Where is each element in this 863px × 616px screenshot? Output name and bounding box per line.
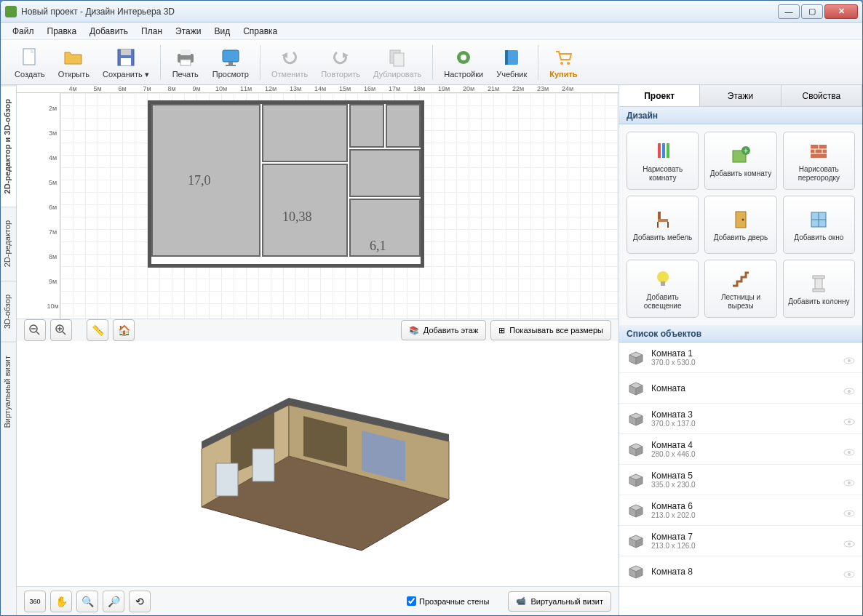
tile-add-window[interactable]: Добавить окно (783, 196, 855, 254)
zoom-out-3d-button[interactable]: 🔍 (76, 591, 98, 612)
add-floor-button[interactable]: 📚Добавить этаж (401, 320, 486, 340)
cube-icon (627, 564, 645, 579)
vtab-1[interactable]: 2D-редактор (1, 207, 16, 280)
visibility-icon[interactable] (843, 568, 855, 575)
tile-add-furn[interactable]: Добавить мебель (627, 196, 699, 254)
object-item-2[interactable]: Комната 3370.0 x 137.0 (619, 404, 862, 434)
object-item-1[interactable]: Комната (619, 373, 862, 404)
right-panel: ПроектЭтажиСвойства Дизайн Нарисовать ко… (619, 85, 862, 615)
object-item-7[interactable]: Комната 8 (619, 556, 862, 587)
settings-button[interactable]: Настройки (437, 42, 490, 82)
home-button[interactable]: 🏠 (113, 319, 135, 341)
close-button[interactable]: ✕ (824, 4, 858, 19)
cube-icon (627, 381, 645, 396)
rtab-Проект[interactable]: Проект (619, 85, 700, 106)
book-icon (500, 46, 523, 69)
redo-icon (329, 46, 352, 69)
object-item-5[interactable]: Комната 6213.0 x 202.0 (619, 495, 862, 526)
vtab-3[interactable]: Виртуальный визит (1, 342, 16, 441)
transparent-walls-checkbox[interactable]: Прозрачные стены (407, 596, 489, 606)
room-7[interactable] (262, 104, 348, 162)
cube-icon (627, 351, 645, 365)
menu-Справка[interactable]: Справка (237, 24, 283, 39)
redo-button: Повторить (314, 42, 367, 82)
svg-rect-62 (813, 289, 824, 292)
tile-draw-wall[interactable]: Нарисовать перегородку (783, 132, 855, 190)
maximize-button[interactable]: ▢ (801, 4, 823, 19)
visibility-icon[interactable] (843, 537, 855, 545)
tile-add-room[interactable]: +Добавить комнату (704, 132, 776, 190)
svg-rect-4 (121, 58, 131, 65)
visibility-icon[interactable] (843, 446, 855, 453)
svg-rect-38 (662, 143, 665, 158)
room-6[interactable] (349, 149, 421, 197)
buy-button[interactable]: Купить (543, 42, 584, 82)
vtab-0[interactable]: 2D-редактор и 3D-обзор (1, 85, 16, 207)
menu-Правка[interactable]: Правка (41, 24, 83, 39)
room-4[interactable] (349, 104, 384, 148)
svg-point-54 (741, 218, 744, 220)
print-button[interactable]: Печать (165, 42, 206, 82)
object-item-6[interactable]: Комната 7213.0 x 126.0 (619, 526, 862, 556)
visibility-icon[interactable] (843, 415, 855, 423)
tile-add-light[interactable]: Добавить освещение (627, 260, 699, 318)
bulb-icon (651, 268, 675, 291)
objects-list: Комната 1370.0 x 530.0КомнатаКомната 337… (619, 343, 862, 615)
tile-draw-room[interactable]: Нарисовать комнату (627, 132, 699, 190)
menu-План[interactable]: План (135, 24, 168, 39)
ruler-button[interactable]: 📏 (87, 319, 108, 341)
zoom-in-3d-button[interactable]: 🔎 (103, 591, 124, 612)
pan-button[interactable]: ✋ (50, 591, 72, 612)
svg-rect-18 (505, 50, 508, 65)
vtab-2[interactable]: 3D-обзор (1, 281, 16, 342)
tile-column[interactable]: Добавить колонну (783, 260, 855, 318)
show-dims-button[interactable]: ⊞Показывать все размеры (490, 320, 611, 340)
menu-Вид[interactable]: Вид (208, 24, 236, 39)
reset-view-button[interactable]: ⟲ (129, 591, 151, 612)
bricks-icon (807, 140, 830, 163)
object-item-3[interactable]: Комната 4280.0 x 446.0 (619, 434, 862, 465)
house-3d-model[interactable] (158, 361, 478, 565)
object-item-0[interactable]: Комната 1370.0 x 530.0 (619, 343, 862, 373)
zoom-in-button[interactable] (50, 319, 72, 341)
menu-Добавить[interactable]: Добавить (84, 24, 134, 39)
minimize-button[interactable]: — (778, 4, 800, 19)
preview-button[interactable]: Просмотр (206, 42, 255, 82)
floorplan[interactable]: 17,0 10,38 6,1 (148, 100, 424, 268)
dup-button: Дублировать (367, 42, 428, 82)
menu-Этажи[interactable]: Этажи (170, 24, 207, 39)
tutorial-button[interactable]: Учебник (490, 42, 533, 82)
menu-Файл[interactable]: Файл (7, 24, 40, 39)
save-button[interactable]: Сохранить ▾ (96, 42, 156, 83)
svg-rect-8 (223, 50, 239, 62)
object-item-4[interactable]: Комната 5335.0 x 230.0 (619, 465, 862, 495)
tile-add-door[interactable]: Добавить дверь (704, 196, 776, 254)
floorplan-canvas[interactable]: 17,0 10,38 6,1 (60, 93, 619, 319)
visibility-icon[interactable] (843, 507, 855, 514)
cube-icon (627, 473, 645, 487)
visibility-icon[interactable] (843, 476, 855, 484)
rotate-360-button[interactable]: 360 (24, 591, 46, 612)
virtual-visit-button[interactable]: 📹Виртуальный визит (508, 591, 611, 612)
svg-point-82 (848, 451, 851, 454)
svg-rect-9 (228, 62, 233, 65)
undo-button: Отменить (265, 42, 314, 82)
layers-icon: 📚 (409, 326, 419, 335)
rtab-Свойства[interactable]: Свойства (782, 85, 862, 106)
zoom-out-button[interactable] (24, 319, 46, 341)
room-5[interactable] (386, 104, 421, 148)
3d-canvas[interactable] (17, 340, 619, 586)
cart-icon (552, 46, 575, 69)
visibility-icon[interactable] (843, 385, 855, 392)
visibility-icon[interactable] (843, 354, 855, 361)
app-icon (5, 6, 17, 17)
svg-point-87 (848, 481, 851, 484)
app-window: Новый проект - Дизайн Интерьера 3D — ▢ ✕… (0, 0, 863, 616)
open-button[interactable]: Открыть (52, 42, 96, 82)
svg-rect-61 (813, 276, 824, 279)
rtab-Этажи[interactable]: Этажи (700, 85, 781, 106)
create-button[interactable]: Создать (8, 42, 52, 82)
2d-toolbar: 📏 🏠 📚Добавить этаж ⊞Показывать все разме… (17, 319, 619, 341)
tile-stairs[interactable]: Лестницы и вырезы (704, 260, 776, 318)
titlebar: Новый проект - Дизайн Интерьера 3D — ▢ ✕ (1, 1, 862, 23)
